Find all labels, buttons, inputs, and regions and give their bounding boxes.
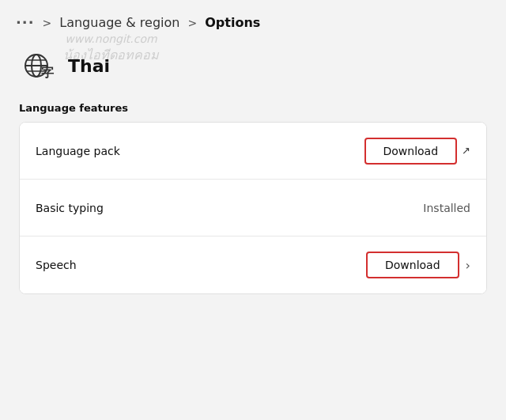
svg-text:字: 字 <box>41 65 55 79</box>
basic-typing-action: Installed <box>423 202 470 214</box>
breadcrumb-back-dots[interactable]: ··· <box>16 14 35 31</box>
language-pack-action: Download ↗ <box>364 138 471 165</box>
download-button-speech[interactable]: Download <box>366 252 459 278</box>
language-icon: 字 <box>19 47 57 85</box>
feature-name-basic-typing: Basic typing <box>36 202 104 214</box>
feature-name-speech: Speech <box>36 259 77 271</box>
breadcrumb: ··· > Language & region > Options <box>0 0 506 40</box>
feature-row-basic-typing: Basic typing Installed <box>20 180 486 236</box>
breadcrumb-chevron-1: > <box>43 17 52 29</box>
title-section: 字 Thai www.nongit.com น้องไอทีดอทคอม <box>0 40 506 89</box>
chevron-right-icon[interactable]: › <box>466 258 470 273</box>
content-area: Language features Language pack Download… <box>0 89 506 420</box>
breadcrumb-options: Options <box>205 15 260 30</box>
features-list: Language pack Download ↗ Basic typing In… <box>19 122 487 294</box>
installed-status: Installed <box>423 202 470 214</box>
breadcrumb-chevron-2: > <box>187 17 197 29</box>
settings-page: ··· > Language & region > Options 字 Thai… <box>0 0 506 420</box>
feature-row-speech: Speech Download › <box>20 236 486 293</box>
language-title: Thai <box>68 56 110 76</box>
download-button-language-pack[interactable]: Download <box>364 138 458 165</box>
feature-name-language-pack: Language pack <box>36 145 120 157</box>
section-label: Language features <box>19 102 487 114</box>
breadcrumb-language-region[interactable]: Language & region <box>59 15 179 30</box>
feature-row-language-pack: Language pack Download ↗ <box>20 123 486 180</box>
cursor-indicator-1: ↗ <box>462 145 470 157</box>
speech-action: Download › <box>366 252 470 278</box>
